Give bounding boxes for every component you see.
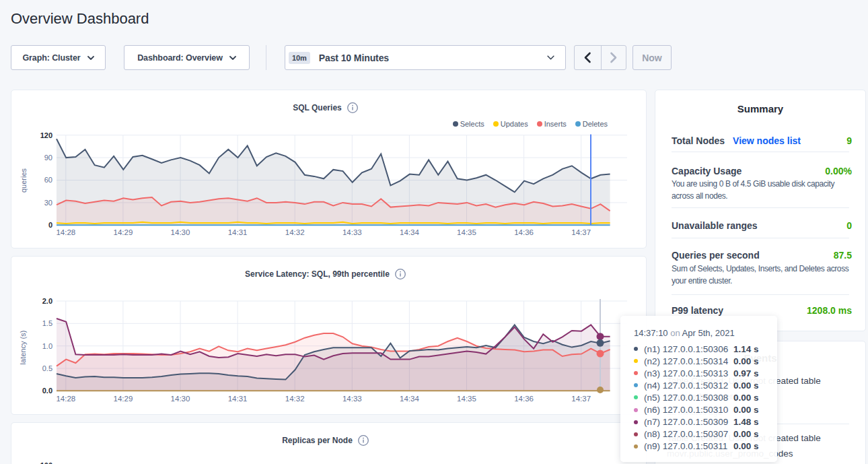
svg-text:14:34: 14:34 bbox=[400, 228, 419, 236]
svg-text:0: 0 bbox=[48, 221, 52, 229]
svg-text:14:34: 14:34 bbox=[400, 395, 419, 403]
svg-text:latency (s): latency (s) bbox=[19, 331, 27, 365]
svg-text:14:37: 14:37 bbox=[571, 395, 591, 403]
svg-text:60: 60 bbox=[44, 176, 52, 184]
svg-text:14:32: 14:32 bbox=[285, 395, 305, 403]
svg-text:14:35: 14:35 bbox=[457, 228, 476, 236]
svg-text:queries: queries bbox=[20, 168, 28, 193]
svg-text:14:28: 14:28 bbox=[56, 228, 75, 236]
svg-text:14:29: 14:29 bbox=[114, 395, 133, 403]
svg-text:14:36: 14:36 bbox=[514, 395, 534, 403]
svg-text:14:30: 14:30 bbox=[171, 395, 190, 403]
svg-text:0.5: 0.5 bbox=[42, 364, 52, 372]
svg-text:14:28: 14:28 bbox=[56, 395, 75, 403]
svg-text:14:31: 14:31 bbox=[228, 395, 248, 403]
svg-text:1.5: 1.5 bbox=[42, 319, 52, 327]
svg-text:14:30: 14:30 bbox=[171, 228, 190, 236]
svg-text:14:35: 14:35 bbox=[457, 395, 476, 403]
svg-text:14:37: 14:37 bbox=[571, 228, 591, 236]
svg-text:14:31: 14:31 bbox=[228, 228, 248, 236]
svg-text:14:36: 14:36 bbox=[514, 228, 534, 236]
svg-text:14:32: 14:32 bbox=[285, 228, 305, 236]
svg-text:90: 90 bbox=[44, 154, 52, 162]
svg-text:0.0: 0.0 bbox=[42, 387, 52, 395]
svg-text:14:33: 14:33 bbox=[342, 395, 362, 403]
svg-text:30: 30 bbox=[44, 199, 52, 207]
svg-text:14:33: 14:33 bbox=[342, 228, 362, 236]
svg-text:2.0: 2.0 bbox=[42, 297, 52, 305]
svg-text:120: 120 bbox=[40, 131, 52, 139]
svg-text:14:29: 14:29 bbox=[114, 228, 133, 236]
svg-text:1.0: 1.0 bbox=[42, 342, 52, 350]
